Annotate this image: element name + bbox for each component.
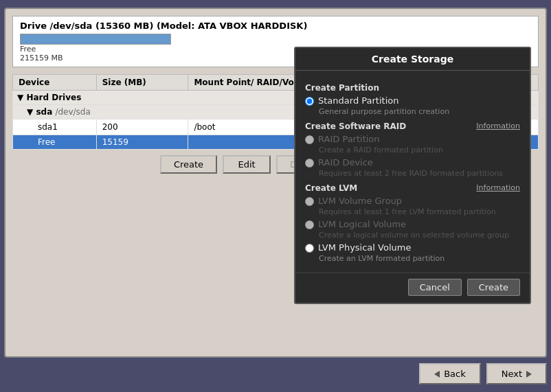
create-storage-dialog: Create Storage Create Partition Standard… — [294, 47, 531, 304]
radio-raid-device-input — [305, 159, 314, 168]
radio-lvm-volume-group-input — [305, 197, 314, 206]
col-device: Device — [13, 75, 97, 91]
section-lvm: Create LVM Information — [305, 183, 520, 193]
lvm-physical-volume-desc: Create an LVM formated partition — [319, 254, 520, 263]
nav-buttons: Back Next — [4, 363, 547, 384]
disk-label: sda /dev/sda — [36, 107, 90, 117]
lvm-info-link[interactable]: Information — [476, 183, 520, 192]
software-raid-info-link[interactable]: Information — [476, 122, 520, 130]
next-icon — [526, 371, 532, 378]
radio-standard-partition-label: Standard Partition — [318, 95, 398, 106]
raid-device-desc: Requires at least 2 free RAID formated p… — [319, 169, 520, 178]
radio-raid-partition: RAID Partition — [305, 134, 520, 144]
radio-lvm-physical-volume[interactable]: LVM Physical Volume — [305, 242, 520, 253]
raid-partition-desc: Create a RAID formated partition — [319, 146, 520, 154]
dialog-content: Create Partition Standard Partition Gene… — [295, 71, 530, 273]
group-label: Hard Drives — [26, 93, 81, 102]
dialog-title: Create Storage — [295, 48, 530, 71]
expand-icon: ▼ — [27, 107, 36, 117]
next-button[interactable]: Next — [486, 363, 547, 384]
edit-button[interactable]: Edit — [223, 155, 271, 174]
cell-device: Free — [13, 135, 97, 150]
drive-bar — [20, 34, 171, 45]
expand-icon: ▼ — [17, 93, 26, 102]
lvm-volume-group-desc: Requires at least 1 free LVM formated pa… — [319, 207, 520, 216]
create-button[interactable]: Create — [160, 155, 217, 174]
radio-raid-partition-label: RAID Partition — [318, 134, 380, 144]
radio-lvm-volume-group-label: LVM Volume Group — [318, 196, 402, 206]
main-window: Drive /dev/sda (15360 MB) (Model: ATA VB… — [4, 8, 547, 358]
radio-lvm-logical-volume-input — [305, 220, 314, 229]
standard-partition-desc: General purpose partition creation — [319, 107, 520, 116]
radio-standard-partition-input[interactable] — [305, 97, 314, 106]
radio-lvm-physical-volume-label: LVM Physical Volume — [318, 242, 411, 253]
back-button[interactable]: Back — [419, 363, 481, 384]
radio-lvm-logical-volume: LVM Logical Volume — [305, 219, 520, 229]
next-label: Next — [502, 369, 522, 379]
back-icon — [434, 371, 440, 378]
radio-raid-device-label: RAID Device — [318, 157, 373, 168]
radio-raid-device: RAID Device — [305, 157, 520, 168]
lvm-logical-volume-desc: Create a logical volume on selected volu… — [319, 231, 520, 240]
back-label: Back — [444, 369, 466, 379]
radio-lvm-volume-group: LVM Volume Group — [305, 196, 520, 206]
cell-device: sda1 — [13, 119, 97, 135]
section-create-partition: Create Partition — [305, 83, 520, 93]
radio-lvm-logical-volume-label: LVM Logical Volume — [318, 219, 406, 229]
radio-raid-partition-input — [305, 135, 314, 144]
drive-title: Drive /dev/sda (15360 MB) (Model: ATA VB… — [20, 21, 531, 31]
cell-size: 15159 — [96, 135, 188, 150]
dialog-cancel-button[interactable]: Cancel — [408, 279, 462, 296]
dialog-footer: Cancel Create — [295, 273, 530, 303]
radio-standard-partition[interactable]: Standard Partition — [305, 95, 520, 106]
dialog-create-button[interactable]: Create — [467, 279, 520, 296]
drive-bar-free — [21, 34, 170, 44]
section-software-raid: Create Software RAID Information — [305, 122, 520, 131]
cell-size: 200 — [96, 119, 188, 135]
radio-lvm-physical-volume-input[interactable] — [305, 244, 314, 253]
col-size: Size (MB) — [96, 75, 188, 91]
